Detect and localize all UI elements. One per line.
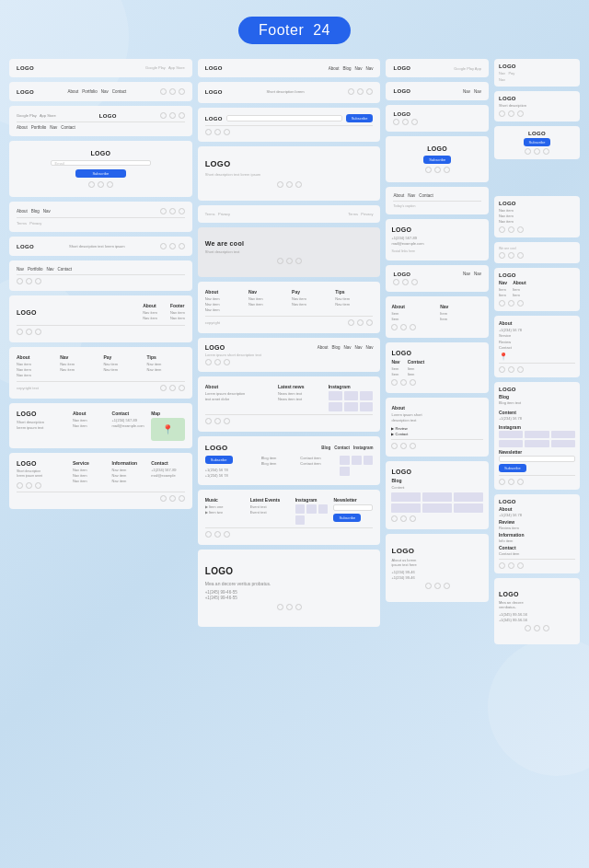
social-icons [160,112,185,119]
subscribe-btn[interactable]: Subscribe [333,514,361,522]
btn[interactable]: Subscribe [524,138,551,146]
email-input[interactable] [499,456,575,462]
input-field[interactable]: Email [51,160,152,166]
footer-card-2-8: LOGO About Blog Nav Nav Nav Lorem ipsum … [198,338,381,372]
si-2 [508,300,514,307]
title-text: Footer [259,22,304,38]
si-1 [525,148,531,155]
btn[interactable]: Subscribe [205,456,233,464]
col-1: Nav Item Item [499,280,507,298]
social-icons [205,181,374,188]
si-3 [179,385,185,391]
si-1 [17,278,23,284]
logo: LOGO [393,88,410,94]
title-number: 24 [313,22,330,38]
si-1 [499,366,505,373]
si-1 [160,112,167,119]
divider [17,122,185,122]
footer-card-4-5: LOGO Nav itemNav itemNav item [494,196,580,237]
col-events: Latest Events Event text Event text [250,497,290,525]
logo: LOGO [17,89,34,95]
col-layout: LOGO Short descriptionlorem ipsum amet S… [17,460,185,489]
logo: LOGO [499,272,575,278]
footer-card-2-10: LOGO Blog Contact Instagram Subscribe +1… [198,436,381,485]
footer-card-4-3: LOGO Subscribe [494,126,580,159]
col-layout: About Lorem ipsum descriptiontext amet d… [205,384,374,411]
footer-card-1-6: LOGO Short description text lorem ipsum [9,237,192,256]
logo: LOGO [205,344,225,351]
email-input[interactable] [333,504,373,511]
nav-items: Blog Contact Instagram [321,446,373,450]
col-layout: Subscribe +1(234) 56 78+1(234) 56 78 Blo… [205,456,374,478]
si-3 [517,252,524,259]
footer-card-1-4: LOGO Email Subscribe [9,141,192,197]
logo: LOGO [391,145,482,152]
si-2 [98,181,104,188]
si-1 [391,515,398,522]
si-2 [508,252,514,259]
si-1 [348,88,354,95]
desc: Mea an decore veritus probatus. [205,581,374,587]
footer-card-2-5: Terms Privacy Terms Privacy [198,205,381,223]
col-contact: Contact item Contact item [300,456,334,478]
si-1 [425,583,432,589]
divider [205,527,374,528]
footer-card-1-2: LOGO About Portfolio Nav Contact [9,82,192,101]
si-1 [499,252,505,259]
input-field[interactable] [226,115,342,122]
column-4: LOGO Nav Pay Nav LOGO Short description … [494,59,580,644]
si-3 [295,258,302,264]
si-2 [400,515,407,522]
col-contact: Contact +1(234) 567-89 mail@example [151,460,185,489]
social-icons [17,329,185,335]
social-icons [391,583,482,589]
footer-card-2-7: About Nav item Nav item Nav item Nav Nav… [198,282,381,333]
si-3 [517,479,524,485]
si-3 [224,531,230,538]
logo: We are cool [205,240,374,247]
si-3 [224,418,230,424]
logo: LOGO [205,444,228,452]
si-1 [525,625,531,631]
footer-card-1-3: Google Play App Store LOGO About Portfol… [9,106,192,136]
nav-items: About Nav Contact [393,193,433,198]
footer-card-3-1: LOGO Google Play App [386,59,488,77]
si-2 [508,562,514,569]
si-2 [169,243,176,249]
desc: Short description text lorem ipsum [205,172,374,178]
si-2 [169,385,176,391]
si-2 [214,359,221,365]
col-about: Nav Item Item [391,359,399,377]
si-3 [35,482,41,489]
social-icons [160,208,185,214]
col-pay: Pay Nav item Nav item [292,289,329,313]
nav-items: About Blog Nav Nav [329,66,374,71]
si-2 [434,167,441,173]
footer-card-3-2: LOGO Nav Nav [386,82,488,100]
si-1 [17,482,23,489]
si-1 [160,208,167,214]
footer-card-3-11: LOGO Blog Content [386,461,488,529]
nav-items: Nav Portfolio Nav Contact [17,267,72,272]
col-contact: Contact Item Item [408,359,425,377]
social-icons [499,562,575,569]
col-tips: Tips Nav item Nav item [335,289,373,313]
subscribe-btn[interactable]: Subscribe [499,464,526,472]
btn[interactable]: Subscribe [423,156,451,164]
si-2 [508,110,514,117]
si-1 [160,243,167,249]
si-2 [214,531,221,538]
si-3 [366,319,373,326]
col-pay: Pay Nav item Nav item [103,354,141,378]
footer-card-2-1: LOGO About Blog Nav Nav [198,59,381,77]
insta-grid [499,431,575,447]
social-row [17,181,185,188]
si-2 [169,112,176,119]
logo: LOGO [205,65,223,71]
subscribe-btn[interactable]: Subscribe [75,169,126,178]
social-icons [391,515,482,522]
social-icons [205,359,374,365]
si-3 [444,583,450,589]
subscribe-btn[interactable]: Subscribe [346,114,374,122]
nav-items: About Portfolio Nav Contact [67,89,126,94]
